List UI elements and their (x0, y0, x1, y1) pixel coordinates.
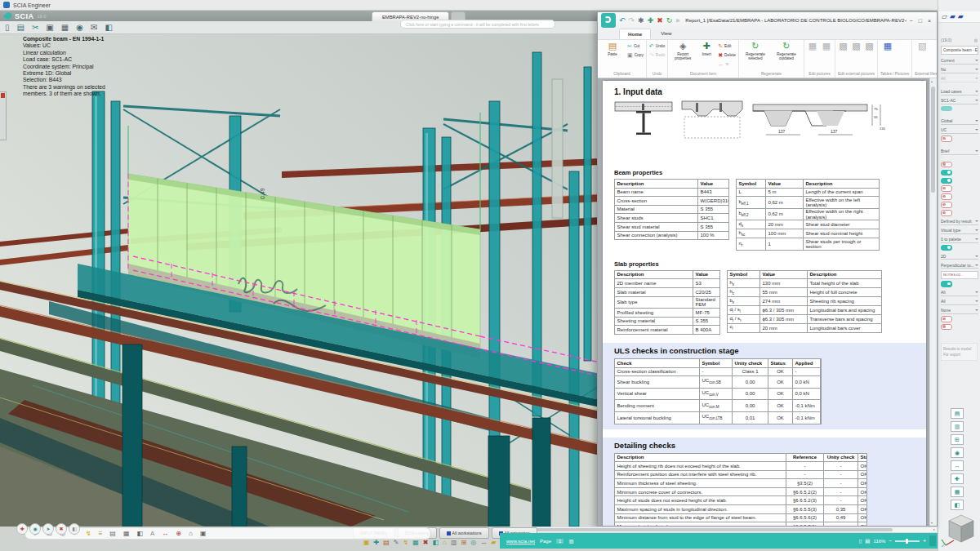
property-toggle[interactable] (941, 136, 952, 142)
copy-button[interactable]: ▣Copy (627, 51, 644, 59)
redo-icon[interactable]: ↷ (629, 17, 635, 24)
zoom-slider[interactable] (895, 540, 920, 542)
action-link[interactable]: For export (943, 352, 975, 358)
layers-icon[interactable]: ▦ (61, 24, 69, 32)
zoom-out-icon[interactable]: − (889, 538, 892, 544)
close-tool-icon[interactable]: ✖ (56, 523, 67, 535)
settings-gear-icon[interactable]: ✱ (638, 17, 644, 24)
visibility-icon[interactable]: ◉ (76, 24, 83, 32)
property-toggle[interactable] (941, 316, 952, 322)
property-select[interactable]: Defined by result (941, 218, 978, 225)
render-icon[interactable]: ◧ (951, 500, 964, 510)
property-select[interactable]: All (941, 298, 978, 305)
axes-icon[interactable]: ⊕ (176, 531, 181, 537)
external-picture-button[interactable]: ▩ (851, 42, 862, 52)
property-toggle[interactable] (941, 324, 952, 331)
view-cube[interactable]: ✓ (941, 513, 978, 549)
labels-icon[interactable]: A (150, 531, 154, 537)
maximize-icon[interactable]: □ (919, 18, 922, 24)
mesh-icon[interactable]: ▦ (951, 487, 964, 497)
property-select[interactable]: Current (941, 57, 978, 64)
clipping-box-icon[interactable]: ▥ (951, 421, 964, 432)
undo-icon[interactable]: ↶ (619, 17, 626, 24)
property-toggle[interactable] (941, 185, 952, 192)
property-select[interactable]: SC1-AC (941, 97, 978, 104)
property-select[interactable]: No (941, 66, 978, 73)
print-icon[interactable]: ▣ (46, 24, 53, 32)
shading-icon[interactable]: ◧ (136, 531, 143, 537)
detailing-checks-block[interactable]: Detailing checks DescriptionReferenceUni… (603, 438, 926, 527)
refresh-icon[interactable]: ↻ (666, 17, 673, 24)
property-toggle[interactable] (941, 210, 952, 216)
view-direction-icon[interactable]: ◉ (951, 447, 964, 458)
scrollbar-thumb[interactable] (931, 87, 935, 193)
section-heading-input-data[interactable]: 1. Input data (614, 87, 918, 96)
process-tool-icon[interactable]: ↔ (480, 540, 487, 546)
property-toggle[interactable] (941, 281, 952, 287)
pointer-icon[interactable]: ➤ (42, 523, 54, 535)
tab-view[interactable]: View (653, 29, 679, 39)
scrollbar-thumb[interactable] (510, 528, 893, 531)
regenerate-selected-button[interactable]: ↻Regenerate selected (742, 42, 769, 61)
delete-item-icon[interactable]: ✖ (657, 17, 663, 24)
external-files-button[interactable]: ▧ (915, 42, 929, 52)
float-panel-icon[interactable]: ▱ (942, 13, 947, 20)
insert-button[interactable]: ✚Insert (697, 42, 715, 56)
dimension-icon[interactable]: ↔ (162, 531, 168, 537)
scia-website-link[interactable]: www.scia.net (506, 539, 535, 544)
report-properties-button[interactable]: ◈Report properties (670, 42, 695, 61)
process-tool-icon[interactable]: ✖ (423, 540, 429, 546)
process-tool-icon[interactable]: ▥ (451, 540, 457, 546)
process-tool-icon[interactable]: ▦ (412, 540, 419, 546)
more-icon[interactable]: » (675, 17, 679, 24)
report-horizontal-scrollbar[interactable]: ◂ ▸ (500, 527, 938, 533)
process-tool-icon[interactable]: ⌂ (443, 540, 447, 546)
shade-tool-icon[interactable]: ◧ (69, 523, 80, 535)
workspace-blue-icon[interactable]: ▰ (958, 13, 964, 20)
delete-button[interactable]: ✖Delete (718, 51, 736, 59)
report-vertical-scrollbar[interactable]: ▴ ▾ (929, 78, 937, 526)
process-tool-icon[interactable]: ▤ (383, 540, 390, 546)
property-select[interactable]: Perpendicular to... (941, 262, 978, 269)
workspace-blue-icon[interactable]: ▰ (950, 13, 956, 20)
redo-button[interactable]: ↷Redo (649, 51, 665, 59)
property-toggle[interactable] (941, 193, 952, 200)
target-icon[interactable]: ◉ (29, 523, 41, 535)
tables-pictures-button[interactable]: ▦ (880, 42, 895, 52)
edit-picture-button[interactable]: ▦ (821, 42, 832, 52)
property-select[interactable]: 2D (941, 253, 978, 260)
property-toggle[interactable] (941, 170, 952, 176)
process-tool-icon[interactable]: ◎ (470, 540, 476, 546)
scroll-up-icon[interactable]: ▴ (931, 79, 933, 83)
property-select[interactable]: Global (941, 118, 978, 125)
move-view-icon[interactable]: ↔ (951, 460, 964, 471)
pin-icon[interactable]: ◎ (974, 38, 978, 42)
add-item-icon[interactable]: ✚ (648, 17, 654, 24)
property-select[interactable]: Load cases (941, 88, 978, 96)
section-view-icon[interactable]: ▤ (951, 408, 964, 419)
slab-properties-heading[interactable]: Slab properties (614, 260, 918, 268)
property-select[interactable]: Brief (941, 148, 978, 155)
process-tool-icon[interactable]: ▣ (363, 540, 370, 546)
paste-button[interactable]: ▤Paste (600, 42, 625, 56)
property-toggle[interactable] (941, 202, 952, 208)
print-view-icon[interactable]: ▣ (200, 531, 207, 537)
property-toggle[interactable] (941, 245, 952, 251)
edit-button[interactable]: ✎Edit (718, 42, 736, 50)
zoom-slider-knob[interactable] (906, 539, 908, 544)
action-link[interactable]: Results to model (943, 346, 975, 352)
external-picture-button[interactable]: ▩ (864, 42, 875, 52)
process-tool-icon[interactable]: ◧ (433, 540, 439, 546)
clipping-icon[interactable]: ▤ (109, 531, 116, 537)
property-select[interactable]: All (941, 289, 978, 296)
property-chip[interactable] (941, 106, 952, 111)
tab-workstations[interactable]: All workstations (439, 527, 489, 539)
property-select[interactable]: UC (941, 127, 978, 134)
new-project-icon[interactable]: ▯ (5, 24, 10, 32)
uls-construction-block[interactable]: ULS checks in construction stage CheckSy… (603, 343, 926, 429)
add-node-icon[interactable]: ✚ (16, 523, 28, 535)
grid-icon[interactable]: ⊞ (951, 434, 964, 445)
page-preview-icon[interactable]: ▥ (568, 538, 573, 544)
model-3d-scene[interactable]: 0,49 (0, 34, 600, 527)
add-view-icon[interactable]: ✚ (951, 473, 964, 484)
